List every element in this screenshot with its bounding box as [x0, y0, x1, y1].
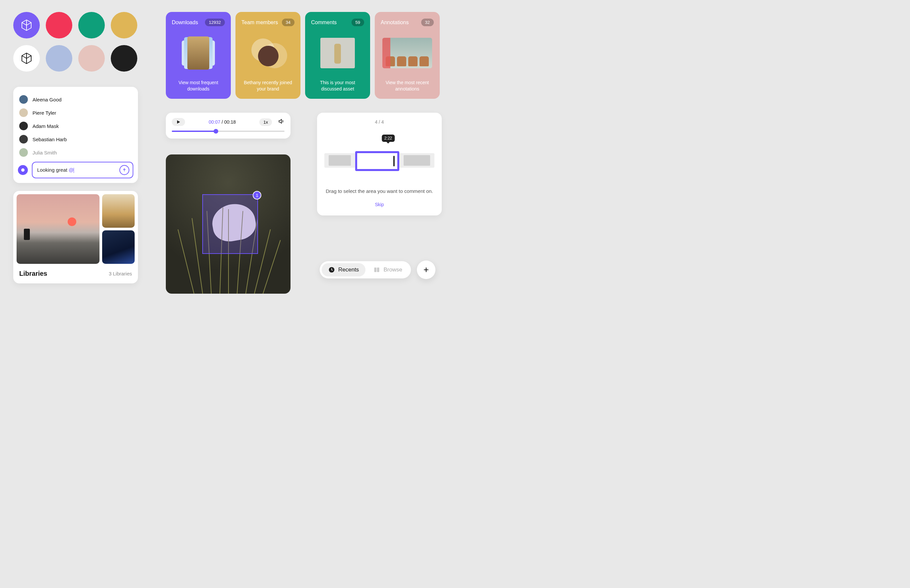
avatar: [19, 122, 28, 130]
sun-icon: [68, 217, 76, 226]
libraries-title: Libraries: [19, 270, 47, 278]
stats-row: Downloads 12932 View most frequent downl…: [166, 12, 440, 99]
stat-caption: View most frequent downloads: [172, 79, 225, 92]
swatch-blue[interactable]: [46, 45, 72, 72]
person-item[interactable]: Julia Smith: [18, 146, 133, 159]
avatar: [19, 108, 28, 117]
svg-rect-2: [377, 268, 379, 272]
swatch-yellow[interactable]: [111, 12, 137, 39]
person-name: Adam Mask: [32, 123, 59, 129]
asset-preview[interactable]: 1: [166, 155, 290, 294]
timestamp-tooltip: 2:22: [382, 134, 395, 142]
person-name: Julia Smith: [32, 150, 57, 155]
seek-progress: [172, 131, 216, 132]
view-switcher: Recents Browse: [320, 260, 436, 279]
person-item[interactable]: Aleena Good: [18, 93, 133, 106]
timeline-track[interactable]: [324, 153, 434, 168]
swatch-white[interactable]: [13, 45, 40, 72]
clock-icon: [328, 267, 335, 273]
library-thumbnail[interactable]: [102, 194, 134, 228]
text-caret: [74, 168, 74, 173]
stat-caption: View the most recent annotations: [381, 79, 434, 92]
person-item[interactable]: Adam Mask: [18, 120, 133, 132]
timeline-demo: 2:22: [324, 134, 434, 174]
tab-recents[interactable]: Recents: [322, 263, 366, 276]
avatar: [19, 95, 28, 104]
stat-title: Comments: [311, 19, 337, 26]
swatch-primary[interactable]: [13, 12, 40, 39]
time-total: 00:18: [224, 120, 236, 124]
stat-card-team[interactable]: Team members 34 Bethany recently joined …: [235, 12, 300, 99]
stat-card-comments[interactable]: Comments 59 This is your most discussed …: [305, 12, 370, 99]
person-name: Piere Tyler: [32, 110, 56, 116]
mention-people-card: Aleena Good Piere Tyler Adam Mask Sebast…: [13, 87, 138, 183]
onboarding-card: 4 / 4 2:22 Drag to select the area you w…: [317, 113, 442, 215]
stat-visual: [172, 26, 225, 79]
arrow-up-icon: [122, 168, 127, 172]
plus-icon: [423, 267, 429, 273]
send-button[interactable]: [120, 165, 130, 175]
stat-count-badge: 34: [282, 19, 295, 26]
brand-logo-icon: [20, 52, 33, 65]
stat-visual: [311, 26, 364, 79]
comment-text-content: Looking great: [37, 167, 69, 173]
play-button[interactable]: [172, 118, 185, 126]
columns-icon: [373, 267, 380, 273]
swatch-green[interactable]: [78, 12, 105, 39]
skip-button[interactable]: Skip: [375, 202, 384, 207]
audio-player: 00:07 / 00:18 1x: [166, 113, 290, 139]
stat-title: Annotations: [381, 19, 409, 26]
stat-visual: [381, 26, 434, 79]
color-palette: [13, 12, 137, 78]
mention-token: @: [69, 167, 74, 173]
person-item[interactable]: Piere Tyler: [18, 106, 133, 120]
swatch-black[interactable]: [111, 45, 137, 72]
comment-input[interactable]: Looking great @: [32, 162, 133, 178]
avatar: [19, 148, 28, 157]
volume-icon: [278, 118, 285, 124]
libraries-card[interactable]: Libraries 3 Libraries: [13, 191, 138, 283]
onboarding-text: Drag to select the area you want to comm…: [324, 187, 434, 195]
tab-label: Browse: [383, 267, 402, 273]
swatch-blush[interactable]: [78, 45, 105, 72]
playback-speed-button[interactable]: 1x: [259, 118, 272, 126]
stat-count-badge: 59: [351, 19, 364, 26]
person-name: Sebastian Harb: [32, 137, 66, 142]
swatch-pink[interactable]: [46, 12, 72, 39]
library-thumbnail-main[interactable]: [16, 194, 99, 264]
selection-handle[interactable]: [393, 156, 395, 166]
stat-card-downloads[interactable]: Downloads 12932 View most frequent downl…: [166, 12, 231, 99]
volume-button[interactable]: [278, 118, 285, 126]
annotation-count-badge: 1: [253, 191, 261, 200]
svg-rect-1: [374, 268, 377, 272]
stat-count-badge: 32: [421, 19, 434, 26]
silhouette-icon: [24, 229, 30, 240]
seek-handle[interactable]: [214, 129, 218, 134]
stat-count-badge: 12932: [205, 19, 225, 26]
stat-caption: Bethany recently joined your brand: [241, 79, 295, 92]
avatar: [19, 135, 28, 144]
person-item[interactable]: Sebastian Harb: [18, 132, 133, 146]
person-name: Aleena Good: [32, 97, 62, 102]
brand-logo-icon: [20, 19, 33, 32]
stat-card-annotations[interactable]: Annotations 32 View the most recent anno…: [375, 12, 440, 99]
stat-title: Downloads: [172, 19, 198, 26]
playback-time: 00:07 / 00:18: [191, 120, 253, 124]
step-indicator: 4 / 4: [324, 120, 434, 124]
stat-visual: [241, 26, 295, 79]
stat-title: Team members: [241, 19, 278, 26]
timeline-selection[interactable]: [355, 151, 399, 171]
libraries-count: 3 Libraries: [109, 271, 132, 276]
voice-record-button[interactable]: [18, 165, 28, 175]
comment-input-text: Looking great @: [37, 167, 116, 173]
library-thumbnail[interactable]: [102, 230, 134, 264]
time-current: 00:07: [209, 120, 220, 124]
annotation-region[interactable]: 1: [202, 194, 258, 254]
tab-browse[interactable]: Browse: [367, 263, 409, 276]
tab-label: Recents: [338, 267, 359, 273]
seek-track[interactable]: [172, 131, 285, 132]
play-icon: [176, 120, 180, 124]
stat-caption: This is your most discussed asset: [311, 79, 364, 92]
add-button[interactable]: [417, 260, 436, 279]
